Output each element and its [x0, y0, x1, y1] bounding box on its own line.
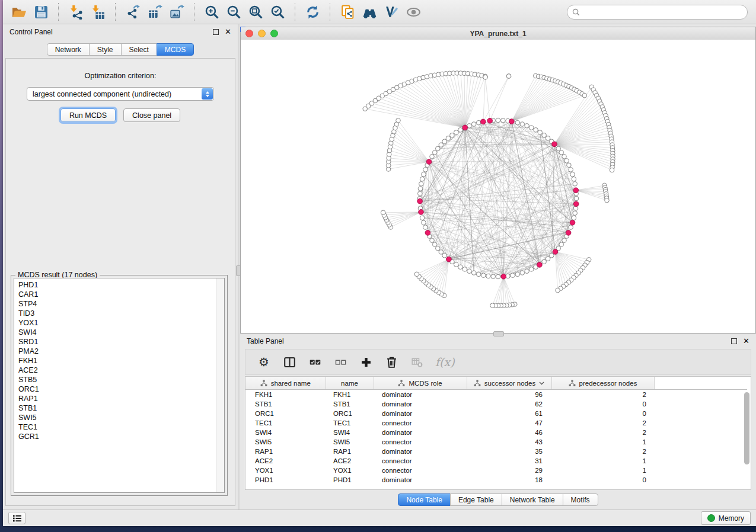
panel-menu-button[interactable]: [8, 512, 25, 524]
table-row[interactable]: SWI4SWI4dominator462: [245, 428, 747, 437]
tab-mcds[interactable]: MCDS: [157, 43, 194, 56]
save-session-button[interactable]: [31, 2, 52, 22]
control-panel-header: Control Panel ✕: [3, 24, 238, 39]
column-header-name[interactable]: name: [326, 377, 374, 390]
zoom-fit-button[interactable]: [245, 2, 266, 22]
search-input[interactable]: [583, 7, 742, 17]
close-window-button[interactable]: [245, 30, 253, 37]
zoom-in-button[interactable]: [202, 2, 222, 22]
list-item[interactable]: PHD1: [18, 280, 216, 290]
vizmapper-button[interactable]: [381, 2, 402, 22]
export-image-button[interactable]: [167, 2, 187, 22]
list-item[interactable]: SWI5: [18, 413, 216, 422]
delete-table-button[interactable]: [410, 355, 424, 369]
horizontal-splitter-handle[interactable]: [493, 331, 504, 336]
table-cell: connector: [374, 418, 467, 428]
list-item[interactable]: STB1: [18, 403, 216, 413]
refresh-view-button[interactable]: [302, 2, 323, 22]
list-item[interactable]: CAR1: [18, 290, 216, 299]
column-header-successor-nodes[interactable]: successor nodes: [467, 377, 551, 390]
tab-style[interactable]: Style: [89, 43, 122, 56]
list-item[interactable]: STB5: [18, 375, 216, 384]
delete-columns-button[interactable]: [384, 355, 398, 369]
table-mode-button[interactable]: ⚙: [257, 355, 271, 369]
column-header-predecessor-nodes[interactable]: predecessor nodes: [551, 377, 654, 390]
network-window-titlebar[interactable]: YPA_prune.txt_1: [241, 27, 755, 40]
close-panel-icon[interactable]: ✕: [225, 28, 231, 36]
criterion-select-value: largest connected component (undirected): [33, 90, 171, 98]
memory-button[interactable]: Memory: [701, 511, 751, 525]
criterion-select[interactable]: largest connected component (undirected): [27, 87, 214, 101]
unselect-all-columns-button[interactable]: [333, 355, 347, 369]
list-item[interactable]: GCR1: [18, 432, 216, 441]
list-item[interactable]: PMA2: [18, 347, 216, 356]
export-network-button[interactable]: [123, 2, 143, 22]
tab-network-table[interactable]: Network Table: [502, 493, 563, 506]
table-row[interactable]: STB1STB1dominator620: [245, 399, 747, 409]
list-item[interactable]: STP4: [18, 299, 216, 309]
zoom-selected-button[interactable]: [267, 2, 288, 22]
import-table-button[interactable]: [88, 2, 109, 22]
table-cell: PHD1: [245, 475, 326, 485]
folder-open-icon: [12, 5, 27, 20]
search-objects-button[interactable]: [359, 2, 380, 22]
duplicate-network-button[interactable]: [337, 2, 358, 22]
tab-motifs[interactable]: Motifs: [563, 493, 598, 506]
select-all-columns-button[interactable]: [308, 355, 322, 369]
table-cell: 0: [551, 399, 654, 409]
list-item[interactable]: ACE2: [18, 366, 216, 375]
table-row[interactable]: PHD1PHD1dominator180: [245, 475, 747, 485]
minimize-window-button[interactable]: [258, 30, 266, 37]
network-canvas[interactable]: [241, 40, 755, 333]
table-cell: 35: [467, 447, 551, 456]
table-cell: dominator: [374, 428, 467, 437]
function-builder-button[interactable]: f(x): [435, 355, 455, 369]
table-cell: dominator: [374, 409, 467, 418]
import-network-button[interactable]: [66, 2, 87, 22]
run-mcds-button[interactable]: Run MCDS: [60, 108, 116, 122]
column-header-shared-name[interactable]: shared name: [245, 377, 326, 390]
table-row[interactable]: FKH1FKH1dominator962: [245, 390, 747, 400]
toolbar-separator: [295, 3, 296, 21]
table-row[interactable]: YOX1YOX1connector291: [245, 466, 747, 475]
table-row[interactable]: ACE2ACE2connector311: [245, 456, 747, 466]
table-row[interactable]: RAP1RAP1dominator352: [245, 447, 747, 456]
list-item[interactable]: YOX1: [18, 318, 216, 328]
table-row[interactable]: SWI5SWI5connector431: [245, 437, 747, 447]
table-cell: connector: [374, 466, 467, 475]
binoculars-icon: [362, 5, 377, 20]
table-cell-filler: [654, 456, 747, 466]
list-item[interactable]: SRD1: [18, 337, 216, 347]
export-table-button[interactable]: [145, 2, 165, 22]
tab-network[interactable]: Network: [47, 43, 90, 56]
list-item[interactable]: SWI4: [18, 328, 216, 337]
table-row[interactable]: ORC1ORC1dominator610: [245, 409, 747, 418]
shared-column-icon: [474, 380, 481, 387]
list-item[interactable]: RAP1: [18, 394, 216, 403]
maximize-window-button[interactable]: [270, 30, 278, 37]
table-cell: FKH1: [326, 390, 374, 400]
table-scrollbar-thumb[interactable]: [744, 392, 749, 464]
float-panel-icon[interactable]: [213, 29, 219, 35]
list-scrollbar[interactable]: [216, 278, 224, 492]
list-item[interactable]: TEC1: [18, 422, 216, 432]
show-columns-button[interactable]: [282, 355, 296, 369]
graphics-details-button[interactable]: [403, 2, 424, 22]
create-column-button[interactable]: [359, 355, 373, 369]
close-panel-icon[interactable]: ✕: [743, 337, 749, 345]
table-cell: 0: [551, 409, 654, 418]
list-item[interactable]: FKH1: [18, 356, 216, 366]
table-row[interactable]: TEC1TEC1connector472: [245, 418, 747, 428]
tab-edge-table[interactable]: Edge Table: [450, 493, 502, 506]
float-panel-icon[interactable]: [731, 338, 737, 344]
close-panel-button[interactable]: Close panel: [123, 108, 180, 122]
open-file-button[interactable]: [9, 2, 30, 22]
tab-select[interactable]: Select: [121, 43, 157, 56]
table-cell: 0: [551, 475, 654, 485]
zoom-out-button[interactable]: [224, 2, 244, 22]
tab-node-table[interactable]: Node Table: [398, 493, 451, 506]
list-item[interactable]: TID3: [18, 309, 216, 318]
column-header-mcds-role[interactable]: MCDS role: [374, 377, 467, 390]
list-item[interactable]: ORC1: [18, 384, 216, 394]
mcds-tab-content: Optimization criterion: largest connecte…: [5, 58, 235, 506]
